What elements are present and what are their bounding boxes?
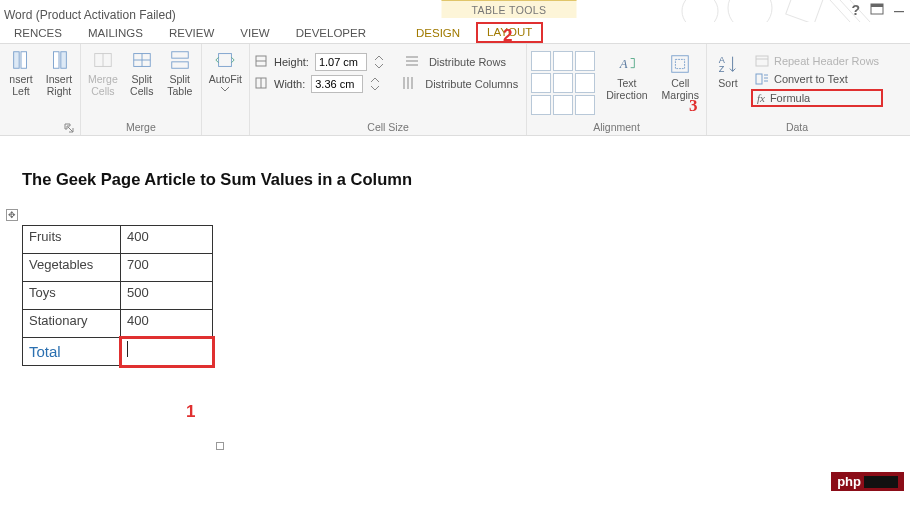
height-spinner[interactable] <box>373 53 385 71</box>
col-width-icon <box>254 76 268 92</box>
svg-point-2 <box>682 0 718 22</box>
distribute-cols-icon <box>401 76 415 92</box>
group-label-alignment: Alignment <box>531 119 702 135</box>
cell-label[interactable]: Fruits <box>23 226 121 254</box>
svg-rect-5 <box>14 52 20 69</box>
table-row: Vegetables700 <box>23 254 213 282</box>
svg-rect-4 <box>786 0 824 22</box>
annotation-2: 2 <box>503 26 512 46</box>
formula-button[interactable]: fx Formula <box>751 89 883 107</box>
chevron-down-icon <box>221 87 229 92</box>
group-label-data: Data <box>711 119 883 135</box>
cell-label[interactable]: Stationary <box>23 310 121 338</box>
convert-to-text-button[interactable]: Convert to Text <box>751 71 883 87</box>
cell-label[interactable]: Toys <box>23 282 121 310</box>
width-label: Width: <box>274 78 305 90</box>
help-icon[interactable]: ? <box>851 2 860 18</box>
tab-mailings[interactable]: MAILINGS <box>78 24 153 43</box>
contextual-tab-header: TABLE TOOLS <box>441 0 576 18</box>
insert-right-button[interactable]: Insert Right <box>42 47 76 99</box>
table-anchor-icon[interactable]: ✥ <box>6 209 18 221</box>
svg-rect-6 <box>21 52 27 69</box>
height-input[interactable] <box>315 53 367 71</box>
cell-value[interactable]: 500 <box>121 282 213 310</box>
table-row: Toys500 <box>23 282 213 310</box>
ribbon: nsert Left Insert Right Merge Cells Spli… <box>0 44 910 136</box>
svg-rect-1 <box>871 4 883 7</box>
split-cells-button[interactable]: Split Cells <box>125 47 159 99</box>
alignment-grid[interactable] <box>531 51 595 115</box>
title-bar: Word (Product Activation Failed) TABLE T… <box>0 0 910 22</box>
distribute-cols-button[interactable]: Distribute Columns <box>421 76 522 92</box>
fx-icon: fx <box>757 92 765 104</box>
annotation-1: 1 <box>186 402 195 422</box>
tab-review[interactable]: REVIEW <box>159 24 224 43</box>
height-label: Height: <box>274 56 309 68</box>
dialog-launcher-icon[interactable] <box>64 123 74 133</box>
tab-references[interactable]: RENCES <box>4 24 72 43</box>
merge-cells-button: Merge Cells <box>85 47 121 99</box>
window-title: Word (Product Activation Failed) <box>4 8 176 22</box>
svg-rect-14 <box>172 52 189 58</box>
svg-rect-7 <box>54 52 60 69</box>
repeat-header-rows-button: Repeat Header Rows <box>751 53 883 69</box>
table-row: Total <box>23 338 213 366</box>
cell-value[interactable]: 700 <box>121 254 213 282</box>
width-input[interactable] <box>311 75 363 93</box>
group-label-merge: Merge <box>85 119 197 135</box>
svg-text:A: A <box>619 57 628 71</box>
tab-developer[interactable]: DEVELOPER <box>286 24 376 43</box>
cell-value[interactable]: 400 <box>121 310 213 338</box>
ribbon-tabs: RENCES MAILINGS REVIEW VIEW DEVELOPER DE… <box>0 22 910 44</box>
autofit-button[interactable]: AutoFit <box>206 47 245 94</box>
split-table-button[interactable]: Split Table <box>163 47 197 99</box>
svg-rect-29 <box>676 59 685 68</box>
annotation-3: 3 <box>689 96 698 116</box>
svg-rect-32 <box>756 56 768 66</box>
insert-left-button[interactable]: nsert Left <box>4 47 38 99</box>
ribbon-display-icon[interactable] <box>870 2 884 18</box>
table-resize-handle[interactable] <box>216 442 224 450</box>
svg-rect-28 <box>672 56 689 73</box>
svg-rect-34 <box>756 74 762 84</box>
svg-rect-16 <box>219 54 232 67</box>
svg-rect-8 <box>61 52 67 69</box>
table-row: Stationary400 <box>23 310 213 338</box>
row-height-icon <box>254 54 268 70</box>
total-label-cell[interactable]: Total <box>23 338 121 366</box>
text-direction-button[interactable]: A Text Direction <box>603 51 650 103</box>
document-table[interactable]: Fruits400 Vegetables700 Toys500 Stationa… <box>22 225 213 366</box>
tab-view[interactable]: VIEW <box>230 24 279 43</box>
svg-rect-15 <box>172 62 189 68</box>
width-spinner[interactable] <box>369 75 381 93</box>
distribute-rows-icon <box>405 54 419 70</box>
group-label-cellsize: Cell Size <box>254 119 522 135</box>
svg-point-3 <box>728 0 772 22</box>
svg-text:Z: Z <box>719 64 725 74</box>
minimize-icon[interactable]: – <box>894 6 904 14</box>
table-row: Fruits400 <box>23 226 213 254</box>
total-value-cell[interactable] <box>121 338 213 366</box>
watermark: php <box>831 472 904 491</box>
document-area[interactable]: The Geek Page Article to Sum Values in a… <box>0 136 910 366</box>
cell-value[interactable]: 400 <box>121 226 213 254</box>
sort-button[interactable]: AZ Sort <box>711 51 745 91</box>
tab-design[interactable]: DESIGN <box>406 24 470 43</box>
cell-label[interactable]: Vegetables <box>23 254 121 282</box>
distribute-rows-button[interactable]: Distribute Rows <box>425 54 510 70</box>
document-heading[interactable]: The Geek Page Article to Sum Values in a… <box>22 170 910 189</box>
